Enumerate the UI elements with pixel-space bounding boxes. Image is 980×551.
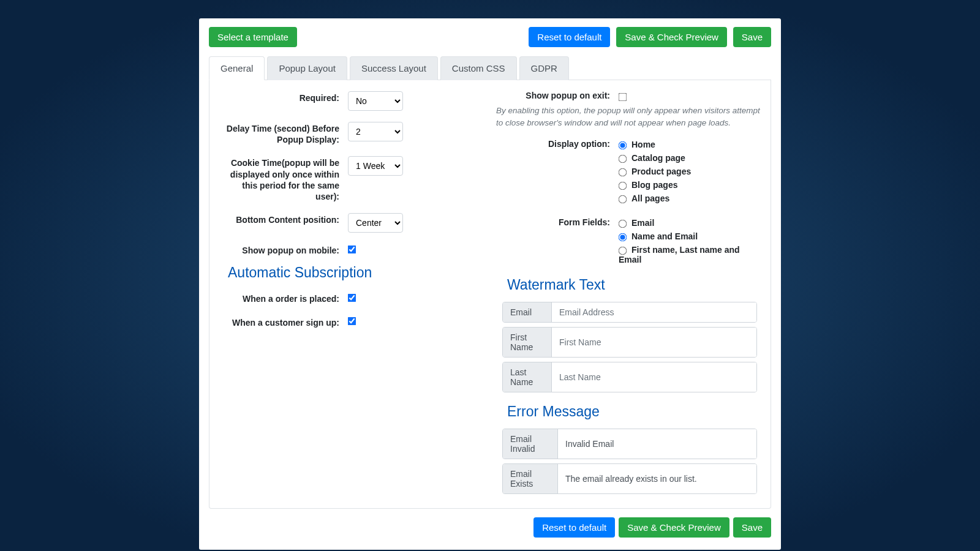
settings-panel: Select a template Reset to default Save … xyxy=(199,18,781,550)
cookie-select[interactable]: 1 Week xyxy=(348,156,403,176)
cookie-label: Cookie Time(popup will be displayed only… xyxy=(219,154,348,202)
order-placed-checkbox[interactable] xyxy=(348,294,356,302)
mobile-checkbox[interactable] xyxy=(348,246,356,254)
err-invalid-group: Email Invalid xyxy=(502,429,757,459)
tab-success-layout[interactable]: Success Layout xyxy=(350,56,438,80)
err-invalid-label: Email Invalid xyxy=(503,429,558,459)
watermark-heading: Watermark Text xyxy=(507,277,757,293)
exit-label: Show popup on exit: xyxy=(496,89,619,101)
display-product[interactable]: Product pages xyxy=(619,167,761,176)
err-invalid-input[interactable] xyxy=(558,429,756,459)
bottom-position-label: Bottom Content position: xyxy=(219,211,348,225)
display-catalog[interactable]: Catalog page xyxy=(619,153,761,163)
exit-help-text: By enabling this option, the popup will … xyxy=(496,105,761,129)
footer-reset-button[interactable]: Reset to default xyxy=(533,517,615,538)
form-fields-group: Email Name and Email First name, Last na… xyxy=(619,216,761,268)
bottom-position-select[interactable]: Center xyxy=(348,213,403,233)
top-toolbar: Select a template Reset to default Save … xyxy=(209,27,771,47)
required-select[interactable]: No xyxy=(348,91,403,111)
fields-name-email[interactable]: Name and Email xyxy=(619,231,761,241)
display-home[interactable]: Home xyxy=(619,140,761,149)
footer-save-preview-button[interactable]: Save & Check Preview xyxy=(619,517,729,538)
signup-label: When a customer sign up: xyxy=(219,313,348,328)
wm-email-group: Email xyxy=(502,302,757,323)
exit-checkbox[interactable] xyxy=(619,92,627,101)
display-option-group: Home Catalog page Product pages Blog pag… xyxy=(619,137,761,207)
footer-toolbar: Reset to default Save & Check Preview Sa… xyxy=(209,517,771,538)
wm-email-label: Email xyxy=(503,302,552,322)
save-preview-button[interactable]: Save & Check Preview xyxy=(616,27,727,47)
display-all[interactable]: All pages xyxy=(619,193,761,203)
right-column: Show popup on exit: By enabling this opt… xyxy=(496,89,761,498)
tab-gdpr[interactable]: GDPR xyxy=(519,56,569,80)
tab-general[interactable]: General xyxy=(209,56,265,80)
error-heading: Error Message xyxy=(507,403,757,420)
display-option-label: Display option: xyxy=(496,137,619,149)
signup-checkbox[interactable] xyxy=(348,317,356,326)
auto-subscription-heading: Automatic Subscription xyxy=(228,264,484,281)
delay-select[interactable]: 2 xyxy=(348,122,403,141)
tab-content: Required: No Delay Time (second) Before … xyxy=(209,80,771,509)
form-fields-label: Form Fields: xyxy=(496,216,619,228)
wm-email-input[interactable] xyxy=(552,302,756,322)
delay-label: Delay Time (second) Before Popup Display… xyxy=(219,119,348,145)
left-column: Required: No Delay Time (second) Before … xyxy=(219,89,484,498)
footer-save-button[interactable]: Save xyxy=(733,517,771,538)
err-exists-label: Email Exists xyxy=(503,464,558,493)
required-label: Required: xyxy=(219,89,348,103)
wm-first-input[interactable] xyxy=(552,328,756,357)
tab-bar: General Popup Layout Success Layout Cust… xyxy=(209,56,771,80)
tab-custom-css[interactable]: Custom CSS xyxy=(440,56,517,80)
wm-last-label: Last Name xyxy=(503,362,552,392)
fields-email[interactable]: Email xyxy=(619,218,761,228)
fields-first-last-email[interactable]: First name, Last name and Email xyxy=(619,245,761,264)
select-template-button[interactable]: Select a template xyxy=(209,27,297,47)
wm-first-group: First Name xyxy=(502,327,757,358)
display-blog[interactable]: Blog pages xyxy=(619,180,761,190)
tab-popup-layout[interactable]: Popup Layout xyxy=(267,56,347,80)
wm-last-group: Last Name xyxy=(502,362,757,392)
err-exists-group: Email Exists xyxy=(502,463,757,494)
mobile-label: Show popup on mobile: xyxy=(219,241,348,256)
order-placed-label: When a order is placed: xyxy=(219,290,348,304)
save-button[interactable]: Save xyxy=(733,27,771,47)
reset-default-button[interactable]: Reset to default xyxy=(529,27,610,47)
wm-first-label: First Name xyxy=(503,328,552,357)
wm-last-input[interactable] xyxy=(552,362,756,392)
err-exists-input[interactable] xyxy=(558,464,756,493)
